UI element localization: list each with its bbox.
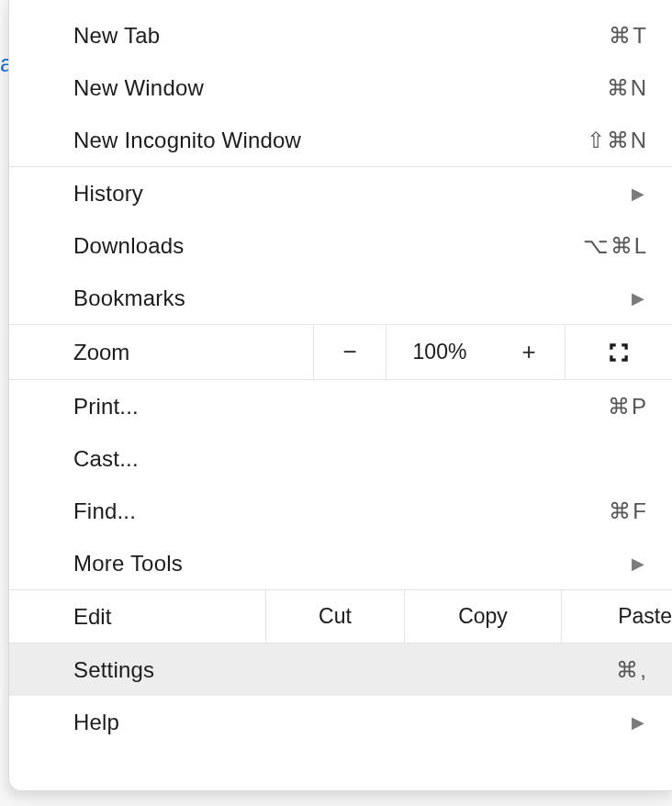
menu-item-new-tab[interactable]: New Tab ⌘T bbox=[9, 9, 672, 62]
menu-item-label: Help bbox=[73, 710, 632, 735]
menu-item-label: Downloads bbox=[73, 233, 556, 259]
submenu-arrow-icon: ▶ bbox=[632, 288, 648, 308]
menu-item-label: Zoom bbox=[73, 340, 129, 365]
menu-item-help[interactable]: Help ▶ bbox=[9, 696, 672, 748]
menu-item-label: New Window bbox=[73, 75, 556, 101]
menu-item-label: New Incognito Window bbox=[73, 128, 556, 153]
zoom-out-button[interactable]: − bbox=[313, 325, 386, 379]
edit-copy-button[interactable]: Copy bbox=[404, 590, 561, 643]
menu-item-zoom: Zoom − 100% + bbox=[9, 324, 672, 380]
zoom-level-display: 100% bbox=[386, 325, 493, 379]
menu-item-label: Edit bbox=[73, 604, 111, 630]
menu-item-settings[interactable]: Settings ⌘, bbox=[9, 644, 672, 696]
menu-item-bookmarks[interactable]: Bookmarks ▶ bbox=[9, 272, 672, 324]
menu-item-find[interactable]: Find... ⌘F bbox=[9, 485, 672, 537]
submenu-arrow-icon: ▶ bbox=[632, 712, 648, 733]
shortcut-text: ⌘T bbox=[556, 23, 648, 49]
edit-paste-button[interactable]: Paste bbox=[561, 590, 672, 643]
submenu-arrow-icon: ▶ bbox=[632, 554, 648, 574]
menu-item-label: Settings bbox=[73, 657, 556, 683]
menu-item-downloads[interactable]: Downloads ⌥⌘L bbox=[9, 219, 672, 272]
menu-item-new-window[interactable]: New Window ⌘N bbox=[9, 62, 672, 114]
edit-cut-button[interactable]: Cut bbox=[265, 590, 404, 643]
menu-item-label: New Tab bbox=[73, 23, 556, 49]
shortcut-text: ⌥⌘L bbox=[556, 233, 648, 259]
menu-item-more-tools[interactable]: More Tools ▶ bbox=[9, 537, 672, 589]
menu-item-label: History bbox=[73, 181, 632, 207]
menu-item-label: More Tools bbox=[73, 551, 632, 577]
menu-item-label: Bookmarks bbox=[73, 285, 632, 311]
menu-item-edit: Edit Cut Copy Paste bbox=[9, 589, 672, 644]
shortcut-text: ⌘P bbox=[556, 394, 648, 420]
menu-item-new-incognito-window[interactable]: New Incognito Window ⇧⌘N bbox=[9, 114, 672, 166]
menu-item-label: Find... bbox=[73, 498, 556, 524]
submenu-arrow-icon: ▶ bbox=[632, 184, 648, 204]
shortcut-text: ⌘N bbox=[556, 75, 648, 101]
menu-item-label: Cast... bbox=[73, 446, 648, 472]
fullscreen-icon bbox=[607, 341, 631, 364]
fullscreen-button[interactable] bbox=[565, 325, 672, 379]
shortcut-text: ⌘, bbox=[556, 657, 648, 683]
menu-item-label: Print... bbox=[73, 394, 556, 420]
menu-item-cast[interactable]: Cast... bbox=[9, 432, 672, 485]
zoom-in-button[interactable]: + bbox=[493, 325, 565, 379]
menu-item-print[interactable]: Print... ⌘P bbox=[9, 380, 672, 432]
shortcut-text: ⇧⌘N bbox=[556, 128, 648, 153]
shortcut-text: ⌘F bbox=[556, 498, 648, 524]
chrome-overflow-menu: New Tab ⌘T New Window ⌘N New Incognito W… bbox=[8, 0, 672, 791]
menu-item-history[interactable]: History ▶ bbox=[9, 167, 672, 219]
zoom-level-text: 100% bbox=[413, 340, 467, 364]
